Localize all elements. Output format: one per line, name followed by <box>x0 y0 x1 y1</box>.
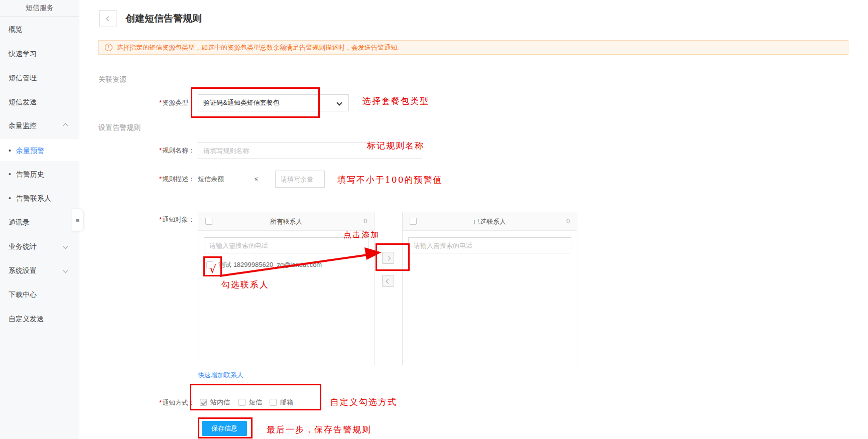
sidebar-item-address-book[interactable]: 通讯录 <box>0 210 79 234</box>
contact-phone: 18299985620 <box>233 261 274 268</box>
notify-option-site-message[interactable]: 站内信 <box>200 398 230 407</box>
sidebar-item-custom-send[interactable]: 自定义发送 <box>0 307 79 331</box>
sidebar-item-alert-history[interactable]: • 告警历史 <box>0 162 79 186</box>
quick-add-contact-link[interactable]: 快速增加联系人 <box>198 371 243 380</box>
sidebar-item-balance-monitor[interactable]: 余量监控 <box>0 113 79 137</box>
contact-list-item[interactable]: 测试 18299985620 zq@landui.com <box>206 260 322 269</box>
sidebar-item-system-settings[interactable]: 系统设置 <box>0 258 79 282</box>
required-mark: * <box>159 216 162 223</box>
site-message-checkbox[interactable] <box>200 399 207 406</box>
sidebar-item-download-center[interactable]: 下载中心 <box>0 282 79 307</box>
rule-desc-label: *规则描述： <box>98 171 195 188</box>
move-left-button[interactable] <box>382 275 394 287</box>
chevron-right-icon <box>386 256 391 261</box>
rule-name-label: *规则名称： <box>98 142 195 159</box>
all-contacts-panel: 所有联系人 0 测试 18299985620 zq@landui.com <box>198 212 375 365</box>
required-mark: * <box>159 147 162 154</box>
warning-icon: ! <box>105 44 112 51</box>
notify-target-label: *通知对象： <box>98 215 195 225</box>
resource-type-select[interactable]: 验证码&通知类短信套餐包 <box>198 94 349 111</box>
email-checkbox[interactable] <box>270 399 277 406</box>
required-mark: * <box>159 175 162 183</box>
rule-desc-prefix: 短信余额 <box>198 171 224 188</box>
selected-contacts-title: 已选联系人 <box>403 212 577 231</box>
selected-contacts-count: 0 <box>566 212 570 231</box>
sidebar-item-balance-alert[interactable]: • 余量预警 <box>0 138 79 162</box>
section-label-resource: 关联资源 <box>98 75 127 84</box>
resource-type-value: 验证码&通知类短信套餐包 <box>203 99 280 106</box>
contact-name: 测试 <box>218 261 231 268</box>
annotation-select-package: 选择套餐包类型 <box>362 95 429 107</box>
notify-option-email[interactable]: 邮箱 <box>270 398 293 407</box>
bullet-icon: • <box>9 162 11 186</box>
sidebar-collapse-toggle[interactable]: ≡ <box>72 209 84 232</box>
annotation-threshold: 填写不小于100的预警值 <box>337 174 442 186</box>
all-contacts-header: 所有联系人 0 <box>198 212 374 231</box>
resource-type-label: *资源类型： <box>98 94 195 111</box>
chevron-down-icon <box>63 268 68 273</box>
sidebar-item-sms-send[interactable]: 短信发送 <box>0 90 79 114</box>
sidebar-item-sms-manage[interactable]: 短信管理 <box>0 66 79 90</box>
bullet-icon: • <box>9 186 11 210</box>
selected-contacts-panel: 已选联系人 0 <box>402 212 577 365</box>
sidebar-item-overview[interactable]: 概览 <box>0 17 79 41</box>
required-mark: * <box>159 99 162 106</box>
info-banner: ! 选择指定的短信资源包类型，如选中的资源包类型总数余额满足告警规则描述时，会发… <box>98 40 848 55</box>
sms-checkbox[interactable] <box>238 399 245 406</box>
selected-contacts-header: 已选联系人 0 <box>403 212 577 231</box>
section-label-rule: 设置告警规则 <box>98 123 141 132</box>
rule-name-input[interactable] <box>198 142 422 159</box>
back-button[interactable] <box>99 10 116 27</box>
selected-search-input[interactable] <box>408 237 571 253</box>
sidebar-item-alert-contacts[interactable]: • 告警联系人 <box>0 186 79 210</box>
contact-checkbox[interactable] <box>206 261 213 268</box>
move-right-button[interactable] <box>382 252 394 264</box>
annotation-custom-check: 自定义勾选方式 <box>330 396 397 408</box>
contact-email: zq@landui.com <box>277 261 322 268</box>
chevron-down-icon <box>336 100 342 105</box>
chevron-down-icon <box>63 244 68 249</box>
sidebar-item-business-stats[interactable]: 业务统计 <box>0 234 79 258</box>
sms-console-page: 短信服务 概览 快速学习 短信管理 短信发送 余量监控 • 余量预警 • 告警历… <box>0 0 868 439</box>
chevron-left-icon <box>106 17 111 22</box>
all-contacts-count: 0 <box>363 212 367 231</box>
chevron-left-icon <box>386 279 391 284</box>
section-divider <box>98 199 848 199</box>
annotation-last-step: 最后一步，保存告警规则 <box>267 424 371 435</box>
sidebar-title: 短信服务 <box>0 0 79 17</box>
notify-method-label: *通知方式： <box>98 398 195 408</box>
required-mark: * <box>159 399 162 406</box>
notify-option-sms[interactable]: 短信 <box>238 398 262 407</box>
save-button[interactable]: 保存信息 <box>202 421 247 436</box>
bullet-icon: • <box>9 138 11 163</box>
all-contacts-title: 所有联系人 <box>198 212 374 231</box>
sidebar: 短信服务 概览 快速学习 短信管理 短信发送 余量监控 • 余量预警 • 告警历… <box>0 0 79 439</box>
page-title: 创建短信告警规则 <box>126 12 202 25</box>
collapse-icon: ≡ <box>76 217 80 224</box>
balance-threshold-input[interactable] <box>275 171 325 188</box>
banner-text: 选择指定的短信资源包类型，如选中的资源包类型总数余额满足告警规则描述时，会发送告… <box>116 43 404 52</box>
chevron-up-icon <box>63 123 68 128</box>
contacts-search-input[interactable] <box>204 237 368 253</box>
sidebar-item-quick-learn[interactable]: 快速学习 <box>0 42 79 66</box>
rule-desc-operator: ≤ <box>255 171 258 188</box>
